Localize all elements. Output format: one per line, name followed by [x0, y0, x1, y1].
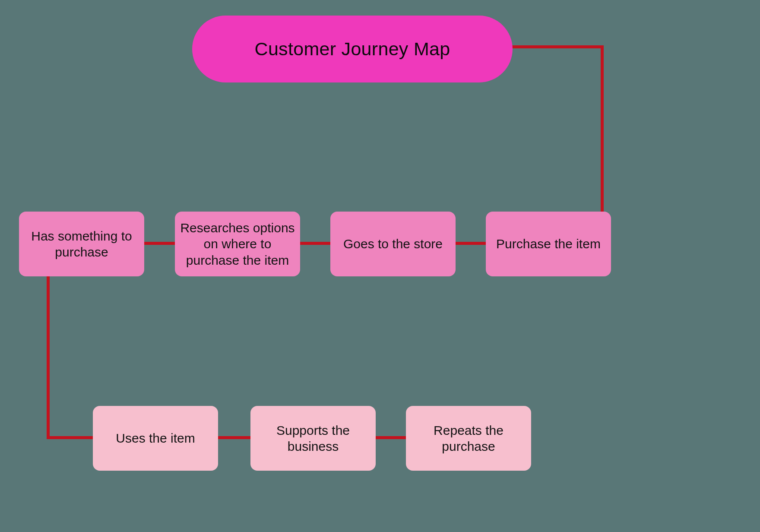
step-uses-item: Uses the item: [93, 406, 218, 471]
connector-step3-step4: [453, 242, 488, 245]
diagram-title-text: Customer Journey Map: [255, 38, 450, 60]
step-researches-options: Researches options on where to purchase …: [175, 212, 300, 276]
step-label: Goes to the store: [343, 236, 443, 252]
step-repeats-purchase: Repeats the purchase: [406, 406, 531, 471]
step-has-something-to-purchase: Has something to purchase: [19, 212, 144, 276]
connector-title-right-stub: [510, 45, 603, 48]
step-label: Researches options on where to purchase …: [180, 220, 295, 269]
step-purchase-item: Purchase the item: [486, 212, 611, 276]
connector-step6-step7: [374, 436, 408, 439]
step-label: Supports the business: [256, 422, 370, 455]
connector-step1-down: [47, 272, 50, 438]
step-label: Has something to purchase: [24, 228, 139, 260]
step-supports-business: Supports the business: [250, 406, 376, 471]
connector-step2-step3: [297, 242, 332, 245]
step-goes-to-store: Goes to the store: [330, 212, 456, 276]
connector-step5-step6: [216, 436, 250, 439]
step-label: Repeats the purchase: [411, 422, 526, 455]
step-label: Uses the item: [116, 430, 195, 446]
connector-down-to-step5: [47, 436, 94, 439]
connector-step1-step2: [142, 242, 176, 245]
step-label: Purchase the item: [496, 236, 601, 252]
diagram-title: Customer Journey Map: [192, 16, 513, 82]
